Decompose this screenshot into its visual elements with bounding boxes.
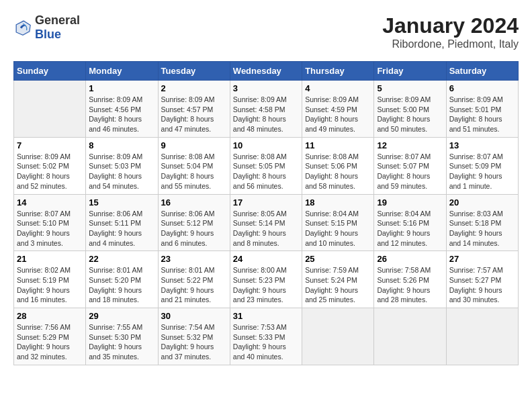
day-number: 11 — [305, 140, 371, 150]
calendar-cell: 28Sunrise: 7:56 AM Sunset: 5:29 PM Dayli… — [14, 308, 86, 365]
calendar-cell: 24Sunrise: 8:00 AM Sunset: 5:23 PM Dayli… — [230, 251, 302, 308]
day-info: Sunrise: 8:08 AM Sunset: 5:04 PM Dayligh… — [161, 152, 227, 191]
day-info: Sunrise: 8:09 AM Sunset: 4:59 PM Dayligh… — [305, 95, 371, 134]
week-row-2: 7Sunrise: 8:09 AM Sunset: 5:02 PM Daylig… — [14, 137, 519, 194]
calendar-cell — [302, 308, 374, 365]
day-number: 13 — [449, 140, 515, 150]
day-info: Sunrise: 8:01 AM Sunset: 5:20 PM Dayligh… — [89, 265, 154, 305]
calendar-cell: 18Sunrise: 8:04 AM Sunset: 5:15 PM Dayli… — [302, 194, 374, 251]
day-number: 26 — [377, 254, 443, 264]
day-info: Sunrise: 8:08 AM Sunset: 5:06 PM Dayligh… — [305, 152, 371, 191]
header-row: SundayMondayTuesdayWednesdayThursdayFrid… — [14, 62, 519, 81]
calendar-cell: 10Sunrise: 8:08 AM Sunset: 5:05 PM Dayli… — [230, 137, 302, 194]
day-info: Sunrise: 7:59 AM Sunset: 5:24 PM Dayligh… — [305, 265, 371, 305]
calendar-cell: 7Sunrise: 8:09 AM Sunset: 5:02 PM Daylig… — [14, 137, 86, 194]
logo-icon — [13, 18, 32, 37]
calendar-cell — [14, 81, 86, 138]
day-number: 5 — [377, 83, 443, 93]
calendar-cell: 27Sunrise: 7:57 AM Sunset: 5:27 PM Dayli… — [446, 251, 518, 308]
day-number: 16 — [161, 197, 227, 208]
day-number: 28 — [17, 311, 83, 321]
day-number: 4 — [305, 83, 371, 93]
calendar-cell: 8Sunrise: 8:09 AM Sunset: 5:03 PM Daylig… — [86, 137, 158, 194]
week-row-4: 21Sunrise: 8:02 AM Sunset: 5:19 PM Dayli… — [14, 251, 519, 308]
day-number: 1 — [89, 83, 154, 93]
calendar-cell: 2Sunrise: 8:09 AM Sunset: 4:57 PM Daylig… — [158, 81, 230, 138]
day-info: Sunrise: 8:09 AM Sunset: 5:02 PM Dayligh… — [17, 152, 83, 191]
day-number: 7 — [17, 140, 83, 150]
subtitle: Ribordone, Piedmont, Italy — [382, 38, 519, 50]
calendar-cell: 9Sunrise: 8:08 AM Sunset: 5:04 PM Daylig… — [158, 137, 230, 194]
day-info: Sunrise: 7:55 AM Sunset: 5:30 PM Dayligh… — [89, 322, 154, 362]
col-header-sunday: Sunday — [14, 62, 86, 81]
day-number: 29 — [89, 311, 154, 321]
calendar-cell: 11Sunrise: 8:08 AM Sunset: 5:06 PM Dayli… — [302, 137, 374, 194]
day-info: Sunrise: 8:07 AM Sunset: 5:07 PM Dayligh… — [377, 152, 443, 191]
col-header-saturday: Saturday — [446, 62, 518, 81]
logo-text: General Blue — [35, 13, 80, 42]
day-info: Sunrise: 8:06 AM Sunset: 5:12 PM Dayligh… — [161, 209, 227, 248]
day-number: 9 — [161, 140, 227, 150]
day-info: Sunrise: 7:54 AM Sunset: 5:32 PM Dayligh… — [161, 322, 227, 362]
calendar-header: SundayMondayTuesdayWednesdayThursdayFrid… — [14, 62, 519, 81]
day-number: 8 — [89, 140, 154, 150]
day-number: 15 — [89, 197, 154, 208]
calendar-cell: 26Sunrise: 7:58 AM Sunset: 5:26 PM Dayli… — [374, 251, 446, 308]
day-info: Sunrise: 8:02 AM Sunset: 5:19 PM Dayligh… — [17, 265, 83, 305]
day-info: Sunrise: 8:04 AM Sunset: 5:16 PM Dayligh… — [377, 209, 443, 248]
day-number: 22 — [89, 254, 154, 264]
day-info: Sunrise: 7:57 AM Sunset: 5:27 PM Dayligh… — [449, 265, 515, 305]
calendar-cell: 5Sunrise: 8:09 AM Sunset: 5:00 PM Daylig… — [374, 81, 446, 138]
calendar-cell: 22Sunrise: 8:01 AM Sunset: 5:20 PM Dayli… — [86, 251, 158, 308]
calendar-cell: 29Sunrise: 7:55 AM Sunset: 5:30 PM Dayli… — [86, 308, 158, 365]
day-info: Sunrise: 7:56 AM Sunset: 5:29 PM Dayligh… — [17, 322, 83, 362]
calendar-cell: 20Sunrise: 8:03 AM Sunset: 5:18 PM Dayli… — [446, 194, 518, 251]
day-number: 19 — [377, 197, 443, 208]
day-info: Sunrise: 8:09 AM Sunset: 4:56 PM Dayligh… — [89, 95, 154, 134]
day-info: Sunrise: 8:09 AM Sunset: 4:57 PM Dayligh… — [161, 95, 227, 134]
day-number: 30 — [161, 311, 227, 321]
calendar-cell: 30Sunrise: 7:54 AM Sunset: 5:32 PM Dayli… — [158, 308, 230, 365]
day-info: Sunrise: 8:09 AM Sunset: 5:00 PM Dayligh… — [377, 95, 443, 134]
day-number: 20 — [449, 197, 515, 208]
day-number: 10 — [233, 140, 299, 150]
logo-blue: Blue — [35, 28, 61, 41]
day-info: Sunrise: 7:53 AM Sunset: 5:33 PM Dayligh… — [233, 322, 299, 362]
day-number: 23 — [161, 254, 227, 264]
day-info: Sunrise: 8:07 AM Sunset: 5:09 PM Dayligh… — [449, 152, 515, 191]
day-info: Sunrise: 8:00 AM Sunset: 5:23 PM Dayligh… — [233, 265, 299, 305]
title-block: January 2024 Ribordone, Piedmont, Italy — [382, 13, 519, 50]
calendar-cell — [374, 308, 446, 365]
day-number: 18 — [305, 197, 371, 208]
day-number: 12 — [377, 140, 443, 150]
day-number: 21 — [17, 254, 83, 264]
day-info: Sunrise: 8:04 AM Sunset: 5:15 PM Dayligh… — [305, 209, 371, 248]
day-number: 3 — [233, 83, 299, 93]
day-info: Sunrise: 8:09 AM Sunset: 5:01 PM Dayligh… — [449, 95, 515, 134]
calendar-cell: 6Sunrise: 8:09 AM Sunset: 5:01 PM Daylig… — [446, 81, 518, 138]
calendar-cell: 12Sunrise: 8:07 AM Sunset: 5:07 PM Dayli… — [374, 137, 446, 194]
day-info: Sunrise: 8:09 AM Sunset: 4:58 PM Dayligh… — [233, 95, 299, 134]
calendar-cell: 31Sunrise: 7:53 AM Sunset: 5:33 PM Dayli… — [230, 308, 302, 365]
calendar-cell: 21Sunrise: 8:02 AM Sunset: 5:19 PM Dayli… — [14, 251, 86, 308]
logo: General Blue — [13, 13, 80, 42]
day-info: Sunrise: 8:09 AM Sunset: 5:03 PM Dayligh… — [89, 152, 154, 191]
day-number: 25 — [305, 254, 371, 264]
col-header-friday: Friday — [374, 62, 446, 81]
svg-marker-0 — [15, 20, 30, 36]
calendar-cell: 4Sunrise: 8:09 AM Sunset: 4:59 PM Daylig… — [302, 81, 374, 138]
col-header-wednesday: Wednesday — [230, 62, 302, 81]
day-number: 17 — [233, 197, 299, 208]
week-row-3: 14Sunrise: 8:07 AM Sunset: 5:10 PM Dayli… — [14, 194, 519, 251]
col-header-monday: Monday — [86, 62, 158, 81]
day-info: Sunrise: 8:06 AM Sunset: 5:11 PM Dayligh… — [89, 209, 154, 248]
day-number: 6 — [449, 83, 515, 93]
day-info: Sunrise: 8:08 AM Sunset: 5:05 PM Dayligh… — [233, 152, 299, 191]
main-title: January 2024 — [382, 13, 519, 38]
day-number: 24 — [233, 254, 299, 264]
calendar-cell: 15Sunrise: 8:06 AM Sunset: 5:11 PM Dayli… — [86, 194, 158, 251]
calendar-cell: 19Sunrise: 8:04 AM Sunset: 5:16 PM Dayli… — [374, 194, 446, 251]
day-number: 31 — [233, 311, 299, 321]
day-info: Sunrise: 8:05 AM Sunset: 5:14 PM Dayligh… — [233, 209, 299, 248]
calendar-cell: 3Sunrise: 8:09 AM Sunset: 4:58 PM Daylig… — [230, 81, 302, 138]
